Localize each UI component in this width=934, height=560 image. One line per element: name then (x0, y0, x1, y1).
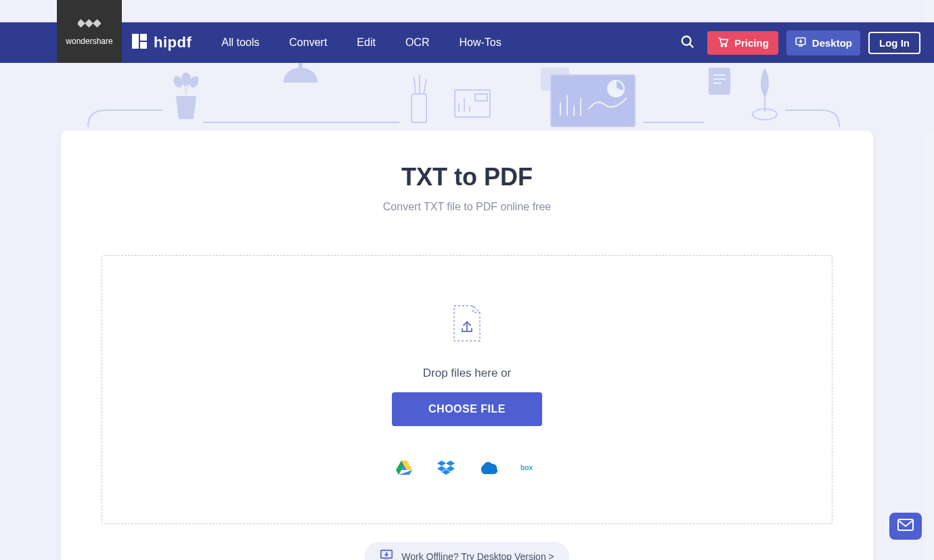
svg-line-7 (690, 43, 694, 47)
offline-pill-text: Work Offline? Try Desktop Version > (401, 551, 554, 560)
svg-point-9 (725, 45, 726, 46)
nav-all-tools[interactable]: All tools (221, 37, 259, 49)
main-card: TXT to PDF Convert TXT file to PDF onlin… (61, 131, 873, 560)
svg-rect-17 (299, 63, 302, 71)
top-spacer (0, 0, 934, 22)
file-dropzone[interactable]: Drop files here or CHOOSE FILE (102, 255, 832, 524)
decorative-banner (0, 63, 934, 131)
choose-file-label: CHOOSE FILE (428, 403, 506, 415)
svg-rect-26 (475, 94, 487, 101)
hipdf-logo[interactable]: hipdf (132, 34, 192, 51)
box-icon[interactable]: box (520, 460, 539, 476)
mail-icon (897, 519, 914, 534)
nav-ocr[interactable]: OCR (405, 37, 430, 49)
wondershare-logo-icon (78, 18, 101, 32)
desktop-button[interactable]: Desktop (786, 30, 860, 55)
offline-desktop-pill[interactable]: Work Offline? Try Desktop Version > (365, 542, 569, 560)
svg-rect-4 (140, 34, 147, 41)
page-title: TXT to PDF (102, 163, 832, 191)
svg-rect-18 (412, 94, 426, 122)
svg-line-19 (414, 78, 416, 94)
pricing-label: Pricing (734, 37, 769, 49)
cart-icon (717, 37, 729, 49)
drop-text: Drop files here or (423, 367, 511, 380)
svg-rect-0 (78, 19, 85, 28)
wondershare-label: wondershare (66, 37, 112, 46)
cloud-providers: box (395, 460, 539, 476)
google-drive-icon[interactable] (395, 460, 414, 476)
svg-rect-1 (85, 19, 93, 28)
hipdf-logo-text: hipdf (154, 34, 192, 51)
nav-edit[interactable]: Edit (357, 37, 376, 49)
hipdf-logo-icon (132, 34, 147, 51)
choose-file-button[interactable]: CHOOSE FILE (392, 392, 542, 426)
svg-rect-43 (898, 519, 913, 530)
svg-point-6 (682, 36, 691, 45)
upload-doc-icon (451, 304, 483, 346)
page-subtitle: Convert TXT file to PDF online free (102, 201, 832, 213)
svg-rect-3 (132, 34, 139, 49)
pricing-button[interactable]: Pricing (707, 31, 778, 55)
search-icon (680, 41, 695, 51)
login-button[interactable]: Log In (868, 32, 920, 54)
login-label: Log In (879, 37, 910, 49)
svg-point-8 (721, 45, 722, 46)
header-right: Pricing Desktop Log In (676, 30, 920, 55)
contact-mail-fab[interactable] (889, 513, 922, 540)
onedrive-icon[interactable] (479, 460, 497, 476)
primary-nav: All tools Convert Edit OCR How-Tos (221, 37, 501, 49)
svg-text:box: box (520, 464, 533, 471)
svg-rect-2 (93, 19, 101, 28)
dropbox-icon[interactable] (437, 460, 455, 476)
download-desktop-icon (795, 36, 807, 50)
nav-howtos[interactable]: How-Tos (459, 37, 501, 49)
svg-rect-5 (140, 42, 147, 49)
svg-line-21 (424, 79, 426, 94)
nav-convert[interactable]: Convert (289, 37, 327, 49)
svg-rect-34 (709, 68, 730, 94)
main-header: hipdf All tools Convert Edit OCR How-Tos (0, 22, 934, 63)
search-button[interactable] (676, 30, 699, 55)
desktop-label: Desktop (812, 37, 852, 49)
download-monitor-icon (380, 549, 393, 560)
svg-point-14 (182, 73, 190, 85)
wondershare-badge[interactable]: wondershare (57, 0, 122, 63)
